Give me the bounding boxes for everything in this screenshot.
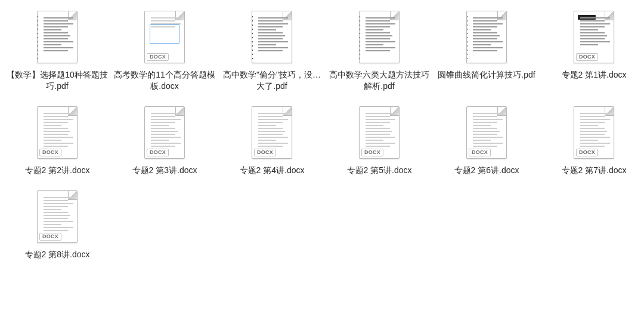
file-name-label: 专题2 第6讲.docx [454,165,519,176]
file-thumbnail: DOCX [572,103,616,159]
file-name-label: 【数学】选择题10种答题技巧.pdf [6,69,109,92]
file-name-label: 高考数学的11个高分答题模板.docx [113,69,216,92]
file-name-label: 圆锥曲线简化计算技巧.pdf [438,69,535,81]
file-name-label: 专题2 第3讲.docx [132,165,197,176]
file-name-label: 专题2 第7讲.docx [562,165,627,176]
file-item[interactable]: DOCX高考数学的11个高分答题模板.docx [112,7,217,92]
file-thumbnail: DOCX [572,7,616,63]
file-item[interactable]: DOCX专题2 第8讲.docx [5,187,110,260]
docx-document-icon: DOCX [252,106,292,159]
file-item[interactable]: DOCX专题2 第7讲.docx [541,103,644,176]
file-item[interactable]: 高中数学"偷分"技巧，没…大了.pdf [219,7,324,92]
file-thumbnail [250,7,294,63]
docx-document-icon: DOCX [37,190,78,243]
pdf-document-icon [252,11,292,63]
file-name-label: 专题2 第1讲.docx [562,69,627,81]
file-name-label: 专题2 第2讲.docx [25,165,90,176]
file-item[interactable]: 高中数学六类大题方法技巧解析.pdf [327,7,432,92]
file-name-label: 高中数学"偷分"技巧，没…大了.pdf [221,69,323,92]
docx-document-icon: DOCX [574,11,614,63]
file-thumbnail: DOCX [250,103,294,159]
file-grid: 【数学】选择题10种答题技巧.pdfDOCX高考数学的11个高分答题模板.doc… [5,7,639,260]
docx-document-icon: DOCX [359,106,400,159]
file-thumbnail [465,7,509,63]
file-item[interactable]: DOCX专题2 第4讲.docx [219,103,324,176]
docx-badge: DOCX [39,149,61,156]
file-thumbnail: DOCX [35,103,79,159]
docx-badge: DOCX [254,149,276,156]
file-name-label: 专题2 第4讲.docx [240,165,305,176]
docx-document-icon: DOCX [574,106,614,159]
file-thumbnail: DOCX [35,187,79,243]
file-thumbnail: DOCX [143,103,187,159]
file-name-label: 专题2 第5讲.docx [347,165,412,176]
docx-badge: DOCX [576,53,598,61]
docx-badge: DOCX [39,233,61,241]
docx-document-icon: DOCX [466,106,507,159]
docx-badge: DOCX [147,149,169,156]
docx-document-icon: DOCX [144,11,185,63]
pdf-document-icon [37,11,78,63]
file-thumbnail: DOCX [357,103,401,159]
file-item[interactable]: DOCX专题2 第3讲.docx [112,103,217,176]
file-item[interactable]: 【数学】选择题10种答题技巧.pdf [5,7,110,92]
file-thumbnail: DOCX [143,7,187,63]
docx-badge: DOCX [361,149,383,156]
file-item[interactable]: 圆锥曲线简化计算技巧.pdf [434,7,539,92]
file-name-label: 高中数学六类大题方法技巧解析.pdf [328,69,431,92]
file-item[interactable]: DOCX专题2 第2讲.docx [5,103,110,176]
file-item[interactable]: DOCX专题2 第6讲.docx [434,103,539,176]
file-thumbnail [35,7,79,63]
file-item[interactable]: DOCX专题2 第1讲.docx [541,7,644,92]
file-item[interactable]: DOCX专题2 第5讲.docx [327,103,432,176]
file-name-label: 专题2 第8讲.docx [25,249,90,260]
file-thumbnail: DOCX [465,103,509,159]
docx-document-icon: DOCX [144,106,185,159]
pdf-document-icon [466,11,507,63]
docx-badge: DOCX [576,149,598,156]
pdf-document-icon [359,11,400,63]
docx-document-icon: DOCX [37,106,78,159]
docx-badge: DOCX [469,149,491,156]
docx-badge: DOCX [147,53,169,61]
file-thumbnail [357,7,401,63]
